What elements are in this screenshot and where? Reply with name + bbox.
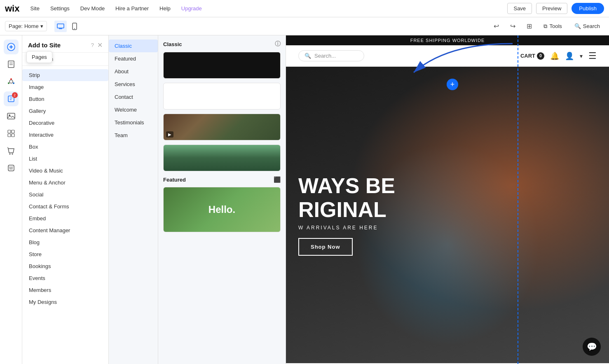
app-market-button[interactable] <box>4 126 19 141</box>
nav-help[interactable]: Help <box>158 4 172 13</box>
info-icon[interactable]: ⓘ <box>275 40 281 48</box>
svg-rect-17 <box>7 113 15 119</box>
top-bar-right: Save Preview Publish <box>507 3 604 14</box>
svg-rect-21 <box>8 134 11 137</box>
svg-point-11 <box>10 78 12 80</box>
close-icon[interactable]: ✕ <box>97 41 103 49</box>
template-black-card[interactable] <box>163 52 281 79</box>
category-decorative[interactable]: Decorative <box>22 117 108 129</box>
wix-apps-button[interactable]: W <box>4 161 19 175</box>
sub-cat-contact[interactable]: Contact <box>109 91 158 103</box>
content-panel: Classic ⓘ ▶ Featured ⬛ Hello. <box>158 35 286 364</box>
search-button[interactable]: 🔍 Search <box>570 21 604 31</box>
svg-point-12 <box>13 82 14 84</box>
svg-rect-7 <box>8 61 14 68</box>
svg-rect-1 <box>59 28 62 29</box>
site-navbar-right: CART 0 🔔 👤 ▾ ☰ <box>520 51 597 61</box>
desktop-view-button[interactable] <box>54 21 67 32</box>
zoom-button[interactable]: ⊞ <box>523 20 535 33</box>
sub-cat-testimonials[interactable]: Testimonials <box>109 116 158 129</box>
bell-icon[interactable]: 🔔 <box>550 51 559 61</box>
category-menu-anchor[interactable]: Menu & Anchor <box>22 177 108 189</box>
site-search-placeholder: Search... <box>314 53 336 59</box>
site-hero: WAYS BE RIGINAL W ARRIVALS ARE HERE Shop… <box>286 67 609 363</box>
sub-cat-classic[interactable]: Classic <box>109 40 158 52</box>
category-members[interactable]: Members <box>22 284 108 296</box>
svg-text:W: W <box>9 166 13 170</box>
panel-title: Add to Site <box>28 42 61 49</box>
category-strip[interactable]: Strip <box>22 69 108 81</box>
category-button[interactable]: Button <box>22 93 108 105</box>
cart-label: CART <box>520 53 535 59</box>
nav-site[interactable]: Site <box>28 4 41 13</box>
undo-button[interactable]: ↩ <box>490 20 502 33</box>
pages-button[interactable] <box>4 57 19 72</box>
chevron-down-icon[interactable]: ▾ <box>580 53 583 59</box>
category-bookings[interactable]: Bookings <box>22 260 108 272</box>
template-hello-card[interactable]: Hello. <box>163 187 281 232</box>
page-selector[interactable]: Page: Home ▾ <box>5 21 47 31</box>
cms-badge: 2 <box>12 92 18 98</box>
category-embed[interactable]: Embed <box>22 212 108 224</box>
svg-rect-19 <box>8 130 11 133</box>
category-list[interactable]: List <box>22 153 108 165</box>
media-button[interactable] <box>4 109 19 124</box>
category-events[interactable]: Events <box>22 272 108 284</box>
store-button[interactable] <box>4 143 19 158</box>
category-list: Strip Image Button Gallery Decorative In… <box>22 66 108 364</box>
sub-cat-featured[interactable]: Featured <box>109 52 158 65</box>
chat-bubble-button[interactable]: 💬 <box>583 338 601 356</box>
cms-button[interactable]: 2 <box>4 91 19 106</box>
featured-icon[interactable]: ⬛ <box>274 176 281 183</box>
chevron-down-icon: ▾ <box>40 23 43 29</box>
nav-upgrade[interactable]: Upgrade <box>180 4 204 13</box>
site-announcement-bar: FREE SHIPPING WORLDWIDE <box>286 35 609 45</box>
canvas-add-section-button[interactable]: + <box>447 79 458 90</box>
nav-dev-mode[interactable]: Dev Mode <box>79 4 106 13</box>
user-icon[interactable]: 👤 <box>565 51 574 61</box>
svg-point-10 <box>9 80 13 83</box>
category-content-manager[interactable]: Content Manager <box>22 224 108 236</box>
template-mountain-card[interactable] <box>163 145 281 171</box>
nav-settings[interactable]: Settings <box>49 4 71 13</box>
tools-button[interactable]: ⧉ Tools <box>539 21 566 32</box>
category-store[interactable]: Store <box>22 248 108 260</box>
category-video-music[interactable]: Video & Music <box>22 165 108 177</box>
cart-count: 0 <box>537 52 544 60</box>
sub-cat-welcome[interactable]: Welcome <box>109 103 158 116</box>
sub-cat-about[interactable]: About <box>109 65 158 78</box>
sub-cat-team[interactable]: Team <box>109 129 158 142</box>
design-button[interactable] <box>4 74 19 89</box>
template-white-card[interactable] <box>163 83 281 110</box>
preview-button[interactable]: Preview <box>536 3 567 14</box>
sub-cat-services[interactable]: Services <box>109 78 158 91</box>
template-forest-card[interactable]: ▶ <box>163 114 281 140</box>
mobile-view-button[interactable] <box>68 21 81 32</box>
category-social[interactable]: Social <box>22 189 108 201</box>
menu-icon[interactable]: ☰ <box>588 51 597 61</box>
nav-hire-partner[interactable]: Hire a Partner <box>114 4 150 13</box>
redo-button[interactable]: ↪ <box>506 20 519 33</box>
svg-point-23 <box>9 154 10 155</box>
canvas-area: FREE SHIPPING WORLDWIDE 🔍 Search... CART… <box>286 35 609 364</box>
add-elements-button[interactable] <box>4 40 19 54</box>
site-search-area[interactable]: 🔍 Search... <box>298 50 364 61</box>
announcement-text: FREE SHIPPING WORLDWIDE <box>410 38 485 43</box>
category-interactive[interactable]: Interactive <box>22 129 108 141</box>
category-gallery[interactable]: Gallery <box>22 105 108 117</box>
cart-area[interactable]: CART 0 <box>520 52 544 60</box>
category-blog[interactable]: Blog <box>22 236 108 248</box>
category-contact-forms[interactable]: Contact & Forms <box>22 201 108 212</box>
featured-section-label: Featured ⬛ <box>163 176 281 183</box>
search-icon: 🔍 <box>574 23 581 29</box>
publish-button[interactable]: Publish <box>572 3 604 14</box>
category-box[interactable]: Box <box>22 141 108 153</box>
category-my-designs[interactable]: My Designs <box>22 296 108 308</box>
pages-tooltip[interactable]: Pages <box>26 51 52 63</box>
site-search-icon: 🔍 <box>304 53 311 59</box>
save-button[interactable]: Save <box>507 3 532 14</box>
category-image[interactable]: Image <box>22 81 108 93</box>
shop-now-button[interactable]: Shop Now <box>298 238 353 256</box>
help-icon[interactable]: ? <box>91 42 94 48</box>
classic-section-label: Classic ⓘ <box>163 40 281 48</box>
